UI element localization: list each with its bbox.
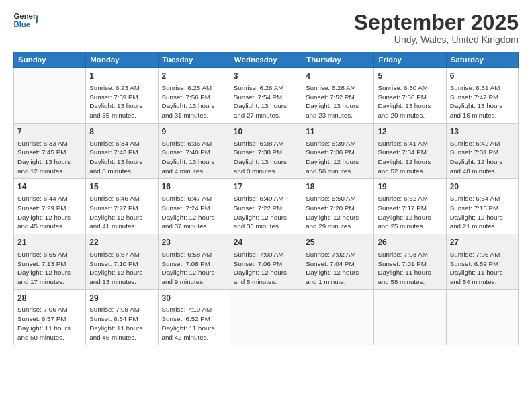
page-container: General Blue September 2025 Undy, Wales,…: [0, 0, 532, 352]
day-info: Sunrise: 6:50 AM Sunset: 7:20 PM Dayligh…: [306, 194, 370, 231]
day-info: Sunrise: 6:49 AM Sunset: 7:22 PM Dayligh…: [234, 194, 298, 231]
calendar-cell: 26Sunrise: 7:03 AM Sunset: 7:01 PM Dayli…: [374, 234, 446, 290]
day-number: 24: [234, 237, 298, 248]
day-info: Sunrise: 6:34 AM Sunset: 7:43 PM Dayligh…: [89, 139, 154, 176]
calendar-cell: 23Sunrise: 6:58 AM Sunset: 7:08 PM Dayli…: [158, 234, 230, 290]
day-info: Sunrise: 6:36 AM Sunset: 7:40 PM Dayligh…: [162, 139, 226, 176]
day-number: 25: [306, 237, 370, 248]
calendar-week-4: 28Sunrise: 7:06 AM Sunset: 6:57 PM Dayli…: [14, 289, 519, 345]
calendar-cell: 4Sunrise: 6:28 AM Sunset: 7:52 PM Daylig…: [302, 68, 374, 124]
calendar-cell: 28Sunrise: 7:06 AM Sunset: 6:57 PM Dayli…: [14, 289, 86, 345]
calendar-cell: 10Sunrise: 6:38 AM Sunset: 7:38 PM Dayli…: [230, 123, 302, 179]
day-info: Sunrise: 7:10 AM Sunset: 6:52 PM Dayligh…: [162, 305, 226, 342]
calendar-cell: [14, 68, 86, 124]
day-number: 26: [378, 237, 442, 248]
calendar-week-1: 7Sunrise: 6:33 AM Sunset: 7:45 PM Daylig…: [14, 123, 519, 179]
day-info: Sunrise: 6:47 AM Sunset: 7:24 PM Dayligh…: [162, 194, 226, 231]
main-title: September 2025: [354, 11, 519, 34]
day-info: Sunrise: 6:42 AM Sunset: 7:31 PM Dayligh…: [450, 139, 515, 176]
day-info: Sunrise: 6:39 AM Sunset: 7:36 PM Dayligh…: [306, 139, 370, 176]
day-number: 16: [162, 181, 226, 193]
day-info: Sunrise: 6:55 AM Sunset: 7:13 PM Dayligh…: [17, 250, 82, 287]
subtitle: Undy, Wales, United Kingdom: [354, 34, 519, 45]
calendar-cell: [374, 289, 446, 345]
day-info: Sunrise: 6:58 AM Sunset: 7:08 PM Dayligh…: [162, 250, 226, 287]
day-info: Sunrise: 7:08 AM Sunset: 6:54 PM Dayligh…: [89, 305, 154, 342]
calendar-cell: 6Sunrise: 6:31 AM Sunset: 7:47 PM Daylig…: [446, 68, 518, 124]
calendar-cell: 21Sunrise: 6:55 AM Sunset: 7:13 PM Dayli…: [14, 234, 86, 290]
svg-text:General: General: [14, 12, 38, 20]
day-number: 27: [450, 237, 515, 248]
day-info: Sunrise: 6:54 AM Sunset: 7:15 PM Dayligh…: [450, 194, 515, 231]
calendar-cell: 27Sunrise: 7:05 AM Sunset: 6:59 PM Dayli…: [446, 234, 518, 290]
day-info: Sunrise: 6:57 AM Sunset: 7:10 PM Dayligh…: [89, 250, 154, 287]
day-info: Sunrise: 7:05 AM Sunset: 6:59 PM Dayligh…: [450, 250, 515, 287]
day-info: Sunrise: 6:28 AM Sunset: 7:52 PM Dayligh…: [306, 83, 370, 120]
logo-icon: General Blue: [13, 11, 38, 30]
day-number: 20: [450, 181, 515, 193]
calendar-header-row: Sunday Monday Tuesday Wednesday Thursday…: [14, 52, 519, 68]
col-thursday: Thursday: [302, 52, 374, 68]
day-number: 11: [306, 126, 370, 138]
day-number: 10: [234, 126, 298, 138]
calendar-cell: 22Sunrise: 6:57 AM Sunset: 7:10 PM Dayli…: [86, 234, 158, 290]
day-info: Sunrise: 6:41 AM Sunset: 7:34 PM Dayligh…: [378, 139, 442, 176]
calendar-cell: [230, 289, 302, 345]
calendar-cell: 29Sunrise: 7:08 AM Sunset: 6:54 PM Dayli…: [86, 289, 158, 345]
svg-text:Blue: Blue: [14, 20, 31, 28]
day-info: Sunrise: 6:31 AM Sunset: 7:47 PM Dayligh…: [450, 83, 515, 120]
day-number: 13: [450, 126, 515, 138]
calendar-cell: 17Sunrise: 6:49 AM Sunset: 7:22 PM Dayli…: [230, 179, 302, 234]
day-info: Sunrise: 6:33 AM Sunset: 7:45 PM Dayligh…: [17, 139, 82, 176]
header: General Blue September 2025 Undy, Wales,…: [13, 11, 519, 45]
day-info: Sunrise: 6:38 AM Sunset: 7:38 PM Dayligh…: [234, 139, 298, 176]
day-number: 30: [162, 293, 226, 304]
calendar-cell: 19Sunrise: 6:52 AM Sunset: 7:17 PM Dayli…: [374, 179, 446, 234]
day-number: 7: [17, 126, 82, 138]
day-number: 9: [162, 126, 226, 138]
day-info: Sunrise: 7:02 AM Sunset: 7:04 PM Dayligh…: [306, 250, 370, 287]
day-number: 5: [378, 71, 442, 82]
day-info: Sunrise: 6:44 AM Sunset: 7:29 PM Dayligh…: [17, 194, 82, 231]
col-saturday: Saturday: [446, 52, 518, 68]
day-info: Sunrise: 7:06 AM Sunset: 6:57 PM Dayligh…: [17, 305, 82, 342]
calendar-cell: 30Sunrise: 7:10 AM Sunset: 6:52 PM Dayli…: [158, 289, 230, 345]
day-number: 8: [89, 126, 154, 138]
day-number: 6: [450, 71, 515, 82]
calendar-cell: 3Sunrise: 6:26 AM Sunset: 7:54 PM Daylig…: [230, 68, 302, 124]
col-friday: Friday: [374, 52, 446, 68]
calendar-cell: 12Sunrise: 6:41 AM Sunset: 7:34 PM Dayli…: [374, 123, 446, 179]
day-number: 22: [89, 237, 154, 248]
day-number: 3: [234, 71, 298, 82]
day-number: 29: [89, 293, 154, 304]
day-number: 21: [17, 237, 82, 248]
calendar-cell: 18Sunrise: 6:50 AM Sunset: 7:20 PM Dayli…: [302, 179, 374, 234]
col-sunday: Sunday: [14, 52, 86, 68]
calendar-cell: [302, 289, 374, 345]
day-number: 19: [378, 181, 442, 193]
calendar-cell: 14Sunrise: 6:44 AM Sunset: 7:29 PM Dayli…: [14, 179, 86, 234]
calendar-cell: 15Sunrise: 6:46 AM Sunset: 7:27 PM Dayli…: [86, 179, 158, 234]
calendar-cell: 24Sunrise: 7:00 AM Sunset: 7:06 PM Dayli…: [230, 234, 302, 290]
calendar-cell: 20Sunrise: 6:54 AM Sunset: 7:15 PM Dayli…: [446, 179, 518, 234]
day-number: 18: [306, 181, 370, 193]
day-number: 4: [306, 71, 370, 82]
day-info: Sunrise: 6:30 AM Sunset: 7:50 PM Dayligh…: [378, 83, 442, 120]
calendar-table: Sunday Monday Tuesday Wednesday Thursday…: [13, 52, 519, 345]
calendar-week-3: 21Sunrise: 6:55 AM Sunset: 7:13 PM Dayli…: [14, 234, 519, 290]
calendar-cell: 25Sunrise: 7:02 AM Sunset: 7:04 PM Dayli…: [302, 234, 374, 290]
calendar-cell: [446, 289, 518, 345]
day-number: 23: [162, 237, 226, 248]
calendar-cell: 1Sunrise: 6:23 AM Sunset: 7:59 PM Daylig…: [86, 68, 158, 124]
day-info: Sunrise: 6:46 AM Sunset: 7:27 PM Dayligh…: [89, 194, 154, 231]
calendar-week-0: 1Sunrise: 6:23 AM Sunset: 7:59 PM Daylig…: [14, 68, 519, 124]
calendar-week-2: 14Sunrise: 6:44 AM Sunset: 7:29 PM Dayli…: [14, 179, 519, 234]
day-number: 15: [89, 181, 154, 193]
day-info: Sunrise: 7:00 AM Sunset: 7:06 PM Dayligh…: [234, 250, 298, 287]
col-wednesday: Wednesday: [230, 52, 302, 68]
day-number: 17: [234, 181, 298, 193]
day-number: 1: [89, 71, 154, 82]
calendar-cell: 11Sunrise: 6:39 AM Sunset: 7:36 PM Dayli…: [302, 123, 374, 179]
day-number: 28: [17, 293, 82, 304]
calendar-cell: 7Sunrise: 6:33 AM Sunset: 7:45 PM Daylig…: [14, 123, 86, 179]
